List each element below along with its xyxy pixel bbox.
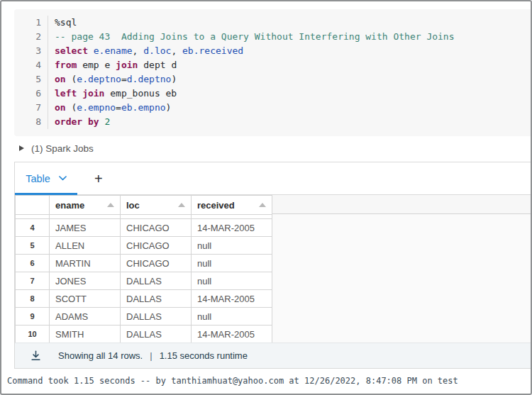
- cell-received: 14-MAR-2005: [192, 326, 272, 343]
- cell-received: null: [192, 272, 272, 290]
- table-row: 7JONESDALLASnull: [16, 272, 272, 290]
- code-line-text: left join emp_bonus eb: [48, 87, 177, 101]
- column-label: received: [197, 200, 235, 211]
- cell-ename: ALLEN: [50, 237, 121, 255]
- row-number: 6: [16, 255, 50, 272]
- row-number: 8: [16, 290, 50, 308]
- row-number: 7: [16, 272, 50, 290]
- cell-ename: JAMES: [50, 219, 121, 237]
- code-line-text: on (e.empno=eb.empno): [48, 101, 171, 115]
- cell-ename: SCOTT: [50, 290, 121, 308]
- code-line-text: -- page 43 Adding Joins to a Query Witho…: [48, 30, 455, 44]
- results-table: enamelocreceived 4JAMESCHICAGO14-MAR-200…: [15, 195, 272, 343]
- cell-ename: MARTIN: [50, 255, 121, 272]
- spark-jobs-label: (1) Spark Jobs: [31, 143, 94, 154]
- code-line-text: select e.ename, d.loc, eb.received: [48, 44, 243, 58]
- sort-icon[interactable]: [107, 203, 114, 207]
- results-tabbar: Table +: [15, 162, 531, 195]
- line-number: 4: [14, 58, 48, 72]
- table-filler: [272, 195, 531, 343]
- chevron-down-icon[interactable]: [59, 176, 67, 181]
- spark-jobs-toggle[interactable]: (1) Spark Jobs: [19, 142, 531, 155]
- line-number: 2: [14, 30, 48, 44]
- code-line: 1%sql: [14, 16, 531, 30]
- results-footer: Showing all 14 rows. | 1.15 seconds runt…: [15, 343, 531, 368]
- row-number: 10: [16, 326, 50, 343]
- results-table-region[interactable]: enamelocreceived 4JAMESCHICAGO14-MAR-200…: [15, 195, 531, 343]
- code-lines: 1%sql2-- page 43 Adding Joins to a Query…: [14, 16, 531, 129]
- active-tab-indicator: [15, 193, 77, 195]
- row-number: 5: [16, 237, 50, 255]
- collapsed-arrow-icon: [19, 145, 24, 151]
- row-count-text: Showing all 14 rows.: [58, 350, 143, 361]
- cell-loc: CHICAGO: [121, 237, 192, 255]
- line-number: 6: [14, 87, 48, 101]
- column-header-ename[interactable]: ename: [50, 196, 121, 215]
- cell-ename: JONES: [50, 272, 121, 290]
- code-line: 8order by 2: [14, 115, 531, 129]
- code-line: 5on (e.deptno=d.deptno): [14, 72, 531, 87]
- download-results-button[interactable]: [31, 350, 41, 361]
- code-line-text: on (e.deptno=d.deptno): [48, 72, 177, 87]
- table-filler-header: [272, 195, 531, 214]
- tab-table[interactable]: Table: [15, 173, 77, 184]
- table-row: 6MARTINCHICAGOnull: [16, 255, 272, 272]
- cell-received: null: [192, 308, 272, 326]
- cell-loc: DALLAS: [121, 326, 192, 343]
- table-row: 4JAMESCHICAGO14-MAR-2005: [16, 219, 272, 237]
- cell-loc: DALLAS: [121, 272, 192, 290]
- line-number: 3: [14, 44, 48, 58]
- code-line-text: order by 2: [48, 115, 110, 129]
- cell-ename: SMITH: [50, 326, 121, 343]
- table-row: 5ALLENCHICAGOnull: [16, 237, 272, 255]
- code-line: 7on (e.empno=eb.empno): [14, 101, 531, 115]
- cell-received: null: [192, 255, 272, 272]
- cell-ename: ADAMS: [50, 308, 121, 326]
- sort-icon[interactable]: [178, 203, 185, 207]
- row-number: 9: [16, 308, 50, 326]
- tab-table-label: Table: [26, 173, 50, 184]
- code-line: 3select e.ename, d.loc, eb.received: [14, 44, 531, 58]
- column-header-loc[interactable]: loc: [121, 196, 192, 215]
- line-number: 7: [14, 101, 48, 115]
- column-label: loc: [126, 200, 140, 211]
- code-line-text: %sql: [48, 16, 77, 30]
- cell-loc: CHICAGO: [121, 255, 192, 272]
- line-number: 8: [14, 115, 48, 129]
- cell-received: null: [192, 237, 272, 255]
- runtime-text: 1.15 seconds runtime: [160, 350, 248, 361]
- table-header: enamelocreceived: [16, 196, 272, 215]
- cell-loc: DALLAS: [121, 290, 192, 308]
- row-number-column-header: [16, 196, 50, 215]
- line-number: 1: [14, 16, 48, 30]
- results-panel: Table + enamelocreceived 4JAMESCHICAGO14…: [14, 162, 531, 369]
- download-icon: [31, 350, 41, 361]
- table-row: 9ADAMSDALLASnull: [16, 308, 272, 326]
- footer-separator: |: [150, 350, 152, 361]
- table-row: 8SCOTTDALLAS14-MAR-2005: [16, 290, 272, 308]
- add-visualization-button[interactable]: +: [90, 171, 107, 187]
- line-number: 5: [14, 72, 48, 87]
- cell-loc: DALLAS: [121, 308, 192, 326]
- table-row: 10SMITHDALLAS14-MAR-2005: [16, 326, 272, 343]
- notebook-cell: 1%sql2-- page 43 Adding Joins to a Query…: [0, 0, 532, 395]
- code-line-text: from emp e join dept d: [48, 58, 177, 72]
- sort-icon[interactable]: [259, 203, 266, 207]
- code-editor[interactable]: 1%sql2-- page 43 Adding Joins to a Query…: [14, 9, 531, 136]
- cell-loc: CHICAGO: [121, 219, 192, 237]
- code-line: 4from emp e join dept d: [14, 58, 531, 72]
- column-label: ename: [55, 200, 84, 211]
- cell-received: 14-MAR-2005: [192, 290, 272, 308]
- column-header-received[interactable]: received: [192, 196, 272, 215]
- row-number: 4: [16, 219, 50, 237]
- command-status-line: Command took 1.15 seconds -- by tanthiam…: [1, 369, 531, 386]
- code-line: 6left join emp_bonus eb: [14, 87, 531, 101]
- code-line: 2-- page 43 Adding Joins to a Query With…: [14, 30, 531, 44]
- cell-received: 14-MAR-2005: [192, 219, 272, 237]
